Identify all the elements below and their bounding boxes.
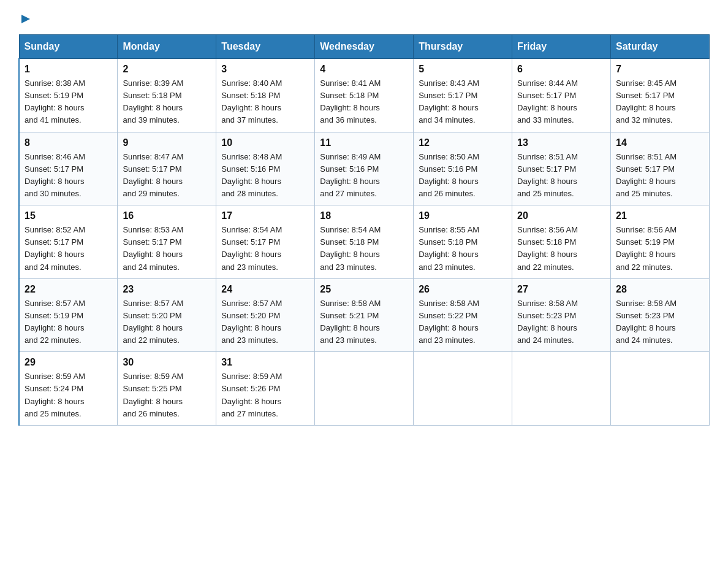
day-number: 28 — [616, 284, 704, 295]
calendar-cell — [611, 352, 710, 426]
day-info: Sunrise: 8:45 AMSunset: 5:17 PMDaylight:… — [616, 77, 704, 127]
day-info: Sunrise: 8:57 AMSunset: 5:19 PMDaylight:… — [25, 297, 112, 347]
calendar-cell: 17Sunrise: 8:54 AMSunset: 5:17 PMDayligh… — [216, 205, 315, 279]
day-info: Sunrise: 8:55 AMSunset: 5:18 PMDaylight:… — [419, 224, 507, 274]
calendar-cell: 31Sunrise: 8:59 AMSunset: 5:26 PMDayligh… — [216, 352, 315, 426]
logo-triangle-icon — [19, 12, 32, 26]
calendar-cell: 20Sunrise: 8:56 AMSunset: 5:18 PMDayligh… — [512, 205, 611, 279]
day-info: Sunrise: 8:52 AMSunset: 5:17 PMDaylight:… — [25, 224, 112, 274]
calendar-cell: 23Sunrise: 8:57 AMSunset: 5:20 PMDayligh… — [118, 278, 216, 352]
day-info: Sunrise: 8:58 AMSunset: 5:22 PMDaylight:… — [419, 297, 507, 347]
day-number: 2 — [123, 64, 211, 75]
calendar-cell — [414, 352, 512, 426]
calendar-week-row: 22Sunrise: 8:57 AMSunset: 5:19 PMDayligh… — [19, 278, 710, 352]
day-info: Sunrise: 8:48 AMSunset: 5:16 PMDaylight:… — [221, 151, 309, 201]
day-number: 11 — [320, 137, 408, 148]
calendar-week-row: 1Sunrise: 8:38 AMSunset: 5:19 PMDaylight… — [19, 59, 710, 132]
calendar-cell: 29Sunrise: 8:59 AMSunset: 5:24 PMDayligh… — [19, 352, 118, 426]
calendar-cell: 18Sunrise: 8:54 AMSunset: 5:18 PMDayligh… — [315, 205, 414, 279]
day-info: Sunrise: 8:58 AMSunset: 5:23 PMDaylight:… — [517, 297, 605, 347]
day-number: 13 — [517, 137, 605, 148]
day-number: 29 — [25, 357, 112, 368]
day-info: Sunrise: 8:46 AMSunset: 5:17 PMDaylight:… — [25, 151, 112, 201]
calendar-cell: 2Sunrise: 8:39 AMSunset: 5:18 PMDaylight… — [118, 59, 216, 132]
day-number: 31 — [221, 357, 309, 368]
day-info: Sunrise: 8:57 AMSunset: 5:20 PMDaylight:… — [123, 297, 211, 347]
header-saturday: Saturday — [611, 35, 710, 59]
day-info: Sunrise: 8:56 AMSunset: 5:19 PMDaylight:… — [616, 224, 704, 274]
logo — [18, 12, 33, 22]
day-info: Sunrise: 8:44 AMSunset: 5:17 PMDaylight:… — [517, 77, 605, 127]
day-info: Sunrise: 8:56 AMSunset: 5:18 PMDaylight:… — [517, 224, 605, 274]
day-number: 30 — [123, 357, 211, 368]
day-number: 7 — [616, 64, 704, 75]
day-info: Sunrise: 8:39 AMSunset: 5:18 PMDaylight:… — [123, 77, 211, 127]
day-number: 27 — [517, 284, 605, 295]
calendar-table: SundayMondayTuesdayWednesdayThursdayFrid… — [18, 34, 710, 426]
calendar-cell: 9Sunrise: 8:47 AMSunset: 5:17 PMDaylight… — [118, 132, 216, 205]
calendar-header-row: SundayMondayTuesdayWednesdayThursdayFrid… — [19, 35, 710, 59]
day-number: 6 — [517, 64, 605, 75]
day-info: Sunrise: 8:41 AMSunset: 5:18 PMDaylight:… — [320, 77, 408, 127]
calendar-cell: 14Sunrise: 8:51 AMSunset: 5:17 PMDayligh… — [611, 132, 710, 205]
calendar-cell: 7Sunrise: 8:45 AMSunset: 5:17 PMDaylight… — [611, 59, 710, 132]
logo-top-row — [18, 12, 33, 26]
day-info: Sunrise: 8:43 AMSunset: 5:17 PMDaylight:… — [419, 77, 507, 127]
day-number: 10 — [221, 137, 309, 148]
calendar-cell: 16Sunrise: 8:53 AMSunset: 5:17 PMDayligh… — [118, 205, 216, 279]
calendar-cell: 26Sunrise: 8:58 AMSunset: 5:22 PMDayligh… — [414, 278, 512, 352]
page-header — [18, 12, 710, 22]
day-number: 5 — [419, 64, 507, 75]
calendar-cell: 13Sunrise: 8:51 AMSunset: 5:17 PMDayligh… — [512, 132, 611, 205]
calendar-cell: 12Sunrise: 8:50 AMSunset: 5:16 PMDayligh… — [414, 132, 512, 205]
calendar-cell: 4Sunrise: 8:41 AMSunset: 5:18 PMDaylight… — [315, 59, 414, 132]
day-info: Sunrise: 8:49 AMSunset: 5:16 PMDaylight:… — [320, 151, 408, 201]
header-friday: Friday — [512, 35, 611, 59]
day-number: 21 — [616, 210, 704, 221]
header-wednesday: Wednesday — [315, 35, 414, 59]
calendar-cell: 3Sunrise: 8:40 AMSunset: 5:18 PMDaylight… — [216, 59, 315, 132]
day-info: Sunrise: 8:58 AMSunset: 5:21 PMDaylight:… — [320, 297, 408, 347]
calendar-cell: 21Sunrise: 8:56 AMSunset: 5:19 PMDayligh… — [611, 205, 710, 279]
day-number: 9 — [123, 137, 211, 148]
header-tuesday: Tuesday — [216, 35, 315, 59]
calendar-week-row: 15Sunrise: 8:52 AMSunset: 5:17 PMDayligh… — [19, 205, 710, 279]
calendar-cell: 27Sunrise: 8:58 AMSunset: 5:23 PMDayligh… — [512, 278, 611, 352]
day-info: Sunrise: 8:57 AMSunset: 5:20 PMDaylight:… — [221, 297, 309, 347]
day-number: 8 — [25, 137, 112, 148]
calendar-cell: 22Sunrise: 8:57 AMSunset: 5:19 PMDayligh… — [19, 278, 118, 352]
day-info: Sunrise: 8:59 AMSunset: 5:24 PMDaylight:… — [25, 370, 112, 420]
day-number: 12 — [419, 137, 507, 148]
calendar-week-row: 29Sunrise: 8:59 AMSunset: 5:24 PMDayligh… — [19, 352, 710, 426]
header-thursday: Thursday — [414, 35, 512, 59]
day-info: Sunrise: 8:54 AMSunset: 5:17 PMDaylight:… — [221, 224, 309, 274]
calendar-cell: 25Sunrise: 8:58 AMSunset: 5:21 PMDayligh… — [315, 278, 414, 352]
day-number: 16 — [123, 210, 211, 221]
day-info: Sunrise: 8:53 AMSunset: 5:17 PMDaylight:… — [123, 224, 211, 274]
calendar-cell: 19Sunrise: 8:55 AMSunset: 5:18 PMDayligh… — [414, 205, 512, 279]
day-info: Sunrise: 8:51 AMSunset: 5:17 PMDaylight:… — [616, 151, 704, 201]
day-number: 15 — [25, 210, 112, 221]
day-info: Sunrise: 8:59 AMSunset: 5:25 PMDaylight:… — [123, 370, 211, 420]
day-number: 26 — [419, 284, 507, 295]
day-number: 14 — [616, 137, 704, 148]
calendar-cell: 28Sunrise: 8:58 AMSunset: 5:23 PMDayligh… — [611, 278, 710, 352]
calendar-cell: 8Sunrise: 8:46 AMSunset: 5:17 PMDaylight… — [19, 132, 118, 205]
day-info: Sunrise: 8:40 AMSunset: 5:18 PMDaylight:… — [221, 77, 309, 127]
day-number: 24 — [221, 284, 309, 295]
day-number: 23 — [123, 284, 211, 295]
day-number: 18 — [320, 210, 408, 221]
calendar-cell — [315, 352, 414, 426]
day-info: Sunrise: 8:51 AMSunset: 5:17 PMDaylight:… — [517, 151, 605, 201]
day-number: 4 — [320, 64, 408, 75]
header-sunday: Sunday — [19, 35, 118, 59]
day-number: 22 — [25, 284, 112, 295]
calendar-week-row: 8Sunrise: 8:46 AMSunset: 5:17 PMDaylight… — [19, 132, 710, 205]
day-info: Sunrise: 8:54 AMSunset: 5:18 PMDaylight:… — [320, 224, 408, 274]
day-number: 1 — [25, 64, 112, 75]
day-info: Sunrise: 8:47 AMSunset: 5:17 PMDaylight:… — [123, 151, 211, 201]
day-number: 19 — [419, 210, 507, 221]
calendar-cell: 10Sunrise: 8:48 AMSunset: 5:16 PMDayligh… — [216, 132, 315, 205]
day-info: Sunrise: 8:38 AMSunset: 5:19 PMDaylight:… — [25, 77, 112, 127]
header-monday: Monday — [118, 35, 216, 59]
